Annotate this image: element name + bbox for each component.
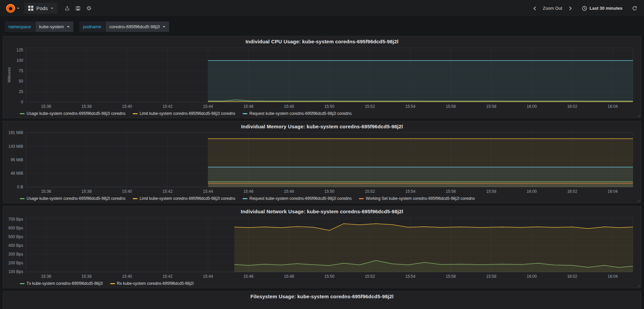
panel-resize-handle[interactable] — [637, 114, 640, 117]
zoom-out-button[interactable]: Zoom Out — [541, 4, 564, 13]
legend-item[interactable]: Working Set kube-system coredns-695f96dc… — [359, 196, 475, 201]
refresh-button[interactable] — [630, 4, 639, 13]
time-range-picker[interactable]: Last 30 minutes — [580, 4, 625, 13]
legend-series-color — [359, 198, 364, 199]
svg-text:15:58: 15:58 — [486, 104, 496, 109]
panel-resize-handle[interactable] — [637, 198, 640, 202]
svg-text:15:56: 15:56 — [446, 104, 456, 109]
chart-canvas: 15:3615:3815:4015:4215:4415:4615:4815:50… — [6, 215, 638, 280]
chevron-left-icon — [533, 6, 537, 11]
svg-text:16:00: 16:00 — [527, 274, 537, 279]
panel-title[interactable]: Individual Network Usage: kube-system co… — [6, 207, 638, 215]
variable-podname: podname coredns-695f96dcd5-98j2l — [79, 21, 169, 32]
panel-title[interactable]: Filesystem Usage: kube-system coredns-69… — [6, 292, 638, 300]
legend-item[interactable]: Usage kube-system coredns-695f96dcd5-98j… — [20, 196, 125, 201]
svg-text:125: 125 — [16, 48, 23, 52]
gear-icon — [86, 5, 92, 11]
svg-text:15:42: 15:42 — [162, 274, 172, 279]
svg-text:15:54: 15:54 — [405, 104, 415, 109]
dashboard-title: Pods — [36, 5, 48, 11]
legend-series-label: Usage kube-system coredns-695f96dcd5-98j… — [27, 196, 125, 201]
svg-text:16:02: 16:02 — [567, 104, 577, 109]
svg-text:15:46: 15:46 — [243, 104, 253, 109]
time-range-label: Last 30 minutes — [590, 6, 622, 11]
share-icon — [65, 6, 70, 11]
svg-text:15:36: 15:36 — [41, 104, 51, 109]
legend-series-label: Tx kube-system coredns-695f96dcd5-98j2l — [27, 281, 103, 286]
memory-usage-chart[interactable]: 15:3615:3815:4015:4215:4415:4615:4815:50… — [6, 130, 638, 195]
svg-text:15:38: 15:38 — [82, 189, 92, 194]
chevron-down-icon — [17, 8, 19, 9]
filesystem-usage-chart[interactable] — [6, 300, 638, 309]
chevron-down-icon — [51, 8, 53, 9]
legend-item[interactable]: Request kube-system coredns-695f96dcd5-9… — [243, 196, 352, 201]
settings-button[interactable] — [84, 3, 94, 13]
legend-series-label: Request kube-system coredns-695f96dcd5-9… — [249, 111, 352, 116]
dashboard-picker-button[interactable]: Pods — [24, 3, 57, 14]
panel-title[interactable]: Individual CPU Usage: kube-system coredn… — [6, 37, 638, 45]
svg-text:0: 0 — [21, 100, 23, 104]
svg-text:Millicores: Millicores — [7, 67, 11, 83]
legend-series-color — [243, 113, 247, 114]
legend-series-color — [20, 113, 25, 114]
panel-memory-usage: Individual Memory Usage: kube-system cor… — [3, 121, 641, 203]
svg-text:50: 50 — [19, 79, 24, 84]
svg-text:15:44: 15:44 — [203, 104, 213, 109]
legend-item[interactable]: Limit kube-system coredns-695f96dcd5-98j… — [133, 111, 235, 116]
legend-series-color — [20, 198, 25, 199]
svg-text:15:48: 15:48 — [284, 189, 294, 194]
panel-filesystem-usage: Filesystem Usage: kube-system coredns-69… — [3, 291, 641, 309]
svg-text:15:38: 15:38 — [82, 274, 92, 279]
svg-text:200 Bps: 200 Bps — [8, 261, 23, 265]
legend-series-color — [243, 198, 247, 199]
svg-text:15:46: 15:46 — [243, 189, 253, 194]
panel-cpu-usage: Individual CPU Usage: kube-system coredn… — [3, 36, 641, 118]
legend-item[interactable]: Request kube-system coredns-695f96dcd5-9… — [243, 111, 352, 116]
legend-series-color — [133, 198, 137, 199]
network-usage-chart[interactable]: 15:3615:3815:4015:4215:4415:4615:4815:50… — [6, 215, 638, 280]
panel-resize-handle[interactable] — [637, 283, 640, 287]
time-shift-forward-button[interactable] — [566, 4, 574, 13]
variable-namespace-dropdown[interactable]: kube-system — [35, 21, 73, 32]
svg-text:16:00: 16:00 — [527, 104, 537, 109]
svg-text:16:04: 16:04 — [608, 189, 618, 194]
legend-item[interactable]: Tx kube-system coredns-695f96dcd5-98j2l — [20, 281, 103, 286]
save-icon — [75, 6, 81, 11]
legend-series-label: Request kube-system coredns-695f96dcd5-9… — [249, 196, 352, 201]
legend-item[interactable]: Limit kube-system coredns-695f96dcd5-98j… — [133, 196, 235, 201]
legend-series-label: Rx kube-system coredns-695f96dcd5-98j2l — [117, 281, 194, 286]
time-shift-back-button[interactable] — [531, 4, 539, 13]
svg-text:15:50: 15:50 — [324, 274, 334, 279]
panel-title[interactable]: Individual Memory Usage: kube-system cor… — [6, 122, 638, 130]
legend-series-label: Limit kube-system coredns-695f96dcd5-98j… — [139, 111, 235, 116]
svg-text:16:00: 16:00 — [527, 189, 537, 194]
svg-text:16:04: 16:04 — [608, 274, 618, 279]
svg-text:100: 100 — [16, 58, 23, 63]
svg-text:16:02: 16:02 — [567, 274, 577, 279]
legend-series-color — [110, 283, 115, 284]
svg-text:500 Bps: 500 Bps — [8, 234, 23, 239]
share-button[interactable] — [62, 3, 72, 13]
svg-text:15:44: 15:44 — [203, 189, 213, 194]
svg-text:15:56: 15:56 — [446, 189, 456, 194]
variable-podname-label: podname — [79, 21, 105, 32]
legend-item[interactable]: Usage kube-system coredns-695f96dcd5-98j… — [20, 111, 125, 116]
chevron-right-icon — [568, 6, 572, 11]
svg-text:15:36: 15:36 — [41, 274, 51, 279]
svg-text:95 MiB: 95 MiB — [11, 158, 23, 162]
svg-text:15:40: 15:40 — [122, 104, 132, 109]
cpu-usage-legend: Usage kube-system coredns-695f96dcd5-98j… — [6, 110, 638, 117]
legend-series-label: Usage kube-system coredns-695f96dcd5-98j… — [27, 111, 125, 116]
svg-text:15:50: 15:50 — [324, 189, 334, 194]
grafana-menu-button[interactable] — [5, 4, 21, 13]
svg-text:15:52: 15:52 — [365, 189, 375, 194]
save-button[interactable] — [73, 3, 83, 13]
legend-item[interactable]: Rx kube-system coredns-695f96dcd5-98j2l — [110, 281, 194, 286]
svg-text:15:44: 15:44 — [203, 274, 213, 279]
variable-podname-dropdown[interactable]: coredns-695f96dcd5-98j2l — [106, 21, 169, 32]
svg-text:15:42: 15:42 — [162, 104, 172, 109]
svg-text:15:38: 15:38 — [82, 104, 92, 109]
svg-text:15:54: 15:54 — [405, 189, 415, 194]
svg-text:15:42: 15:42 — [162, 189, 172, 194]
cpu-usage-chart[interactable]: 15:3615:3815:4015:4215:4415:4615:4815:50… — [6, 45, 638, 110]
